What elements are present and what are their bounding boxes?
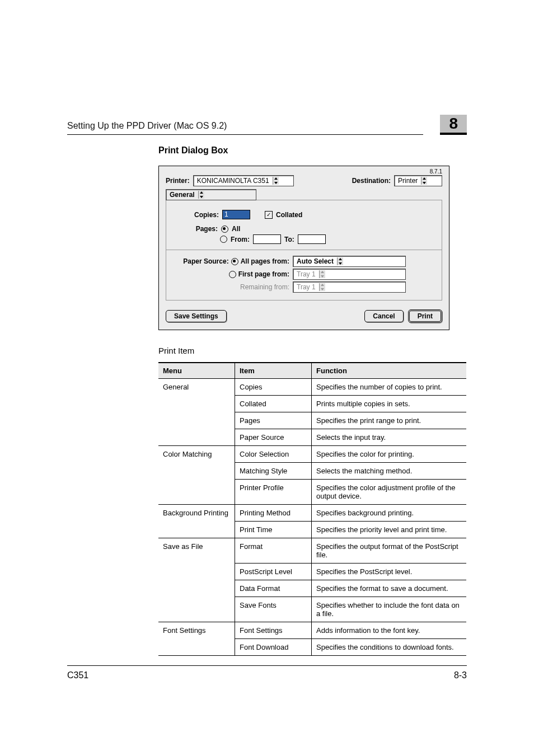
cell-func: Adds information to the font key. [312,622,467,639]
cell-func: Specifies the color adjustment profile o… [312,480,467,505]
dialog-version: 8.7.1 [430,168,442,175]
ps-allpages-value: Auto Select [297,257,334,265]
cell-item: Data Format [235,580,312,597]
cell-item: Color Selection [235,446,312,463]
cell-func: Specifies the output format of the PostS… [312,538,467,564]
table-row: Font Settings Font Settings Adds informa… [158,622,466,639]
table-caption: Print Item [158,346,467,355]
th-menu: Menu [158,363,235,379]
cell-item: PostScript Level [235,564,312,580]
collated-checkbox[interactable]: ✓ [265,211,273,219]
printer-label: Printer: [166,177,190,185]
ps-remaining-value: Tray 1 [297,283,316,291]
cell-item: Matching Style [235,463,312,480]
ps-firstpage-label: First page from: [238,270,289,278]
printer-popup-value: KONICAMINOLTA C351 [197,177,269,185]
ps-firstpage-value: Tray 1 [297,270,316,278]
cell-item: Collated [235,396,312,412]
table-row: Color Matching Color Selection Specifies… [158,446,466,463]
pages-label: Pages: [194,225,218,233]
print-dialog: 8.7.1 Printer: KONICAMINOLTA C351 Destin… [158,166,449,330]
updown-icon [198,191,204,199]
printer-popup[interactable]: KONICAMINOLTA C351 [193,175,294,186]
cell-func: Selects the input tray. [312,429,467,446]
copies-label: Copies: [194,211,219,219]
footer-page-number: 8-3 [454,670,467,680]
updown-icon [421,177,427,185]
cell-func: Specifies the print range to print. [312,412,467,429]
ps-firstpage-popup: Tray 1 [293,269,406,280]
cell-item: Font Settings [235,622,312,639]
cell-item: Copies [235,379,312,396]
cell-item: Save Fonts [235,597,312,622]
cell-item: Print Time [235,522,312,538]
th-function: Function [312,363,467,379]
pages-all-label: All [232,225,240,233]
cell-func: Specifies background printing. [312,505,467,522]
cell-item: Printing Method [235,505,312,522]
pages-from-label: From: [231,236,250,243]
paper-source-label: Paper Source: [183,257,228,265]
pages-from-input[interactable] [253,234,281,244]
cell-item: Pages [235,412,312,429]
cell-menu: General [158,379,235,446]
print-item-table: Menu Item Function General Copies Specif… [158,362,466,656]
th-item: Item [235,363,312,379]
cell-item: Paper Source [235,429,312,446]
destination-popup[interactable]: Printer [394,175,442,186]
chapter-number: 8 [440,115,467,135]
cell-menu: Font Settings [158,622,235,656]
ps-allpages-label: All pages from: [241,257,289,265]
cell-menu: Background Printing [158,505,235,538]
section-title: Print Dialog Box [158,145,467,156]
cell-item: Font Download [235,639,312,656]
cell-menu: Color Matching [158,446,235,505]
copies-input[interactable]: 1 [222,210,250,219]
pages-to-label: To: [284,236,294,243]
save-settings-button[interactable]: Save Settings [166,310,227,322]
ps-remaining-popup: Tray 1 [293,281,406,293]
updown-icon [319,283,325,291]
table-row: Background Printing Printing Method Spec… [158,505,466,522]
panel-popup[interactable]: General [166,189,256,200]
cell-func: Specifies the PostScript level. [312,564,467,580]
cell-func: Selects the matching method. [312,463,467,480]
cell-item: Printer Profile [235,480,312,505]
ps-allpages-radio[interactable] [231,258,238,265]
table-row: General Copies Specifies the number of c… [158,379,466,396]
ps-allpages-popup[interactable]: Auto Select [293,256,406,267]
updown-icon [273,177,279,185]
print-button[interactable]: Print [408,309,442,323]
cell-func: Specifies the number of copies to print. [312,379,467,396]
cell-item: Format [235,538,312,564]
cancel-button[interactable]: Cancel [364,310,403,322]
pages-to-input[interactable] [298,234,326,244]
panel-popup-value: General [170,191,195,199]
updown-icon [319,270,325,278]
cell-menu: Save as File [158,538,235,622]
collated-label: Collated [276,211,302,219]
cell-func: Prints multiple copies in sets. [312,396,467,412]
running-head-title: Setting Up the PPD Driver (Mac OS 9.2) [67,121,423,135]
cell-func: Specifies the color for printing. [312,446,467,463]
cell-func: Specifies the format to save a document. [312,580,467,597]
updown-icon [337,257,343,265]
destination-popup-value: Printer [398,177,418,185]
table-row: Save as File Format Specifies the output… [158,538,466,564]
ps-remaining-label: Remaining from: [240,283,289,291]
destination-label: Destination: [352,177,391,185]
ps-firstpage-radio[interactable] [229,271,236,278]
cell-func: Specifies the priority level and print t… [312,522,467,538]
cell-func: Specifies whether to include the font da… [312,597,467,622]
cell-func: Specifies the conditions to download fon… [312,639,467,656]
pages-all-radio[interactable] [221,226,228,233]
pages-from-radio[interactable] [220,236,227,243]
footer-model: C351 [67,670,454,680]
